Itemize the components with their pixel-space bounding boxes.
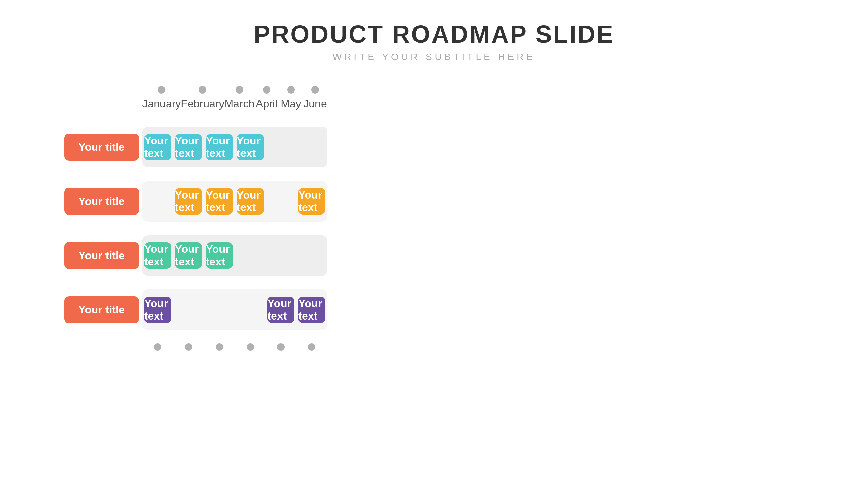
month-col-january: January bbox=[142, 83, 181, 120]
row-bg-3: Your textYour textYour text bbox=[142, 235, 327, 276]
month-col-june: June bbox=[303, 83, 327, 120]
cell-r4-c1: Your text bbox=[142, 289, 173, 330]
bottom-dot-col-1 bbox=[142, 340, 173, 354]
cell-r1-c1: Your text bbox=[142, 127, 173, 167]
cell-r2-c6: Your text bbox=[296, 181, 327, 222]
cell-r4-c2 bbox=[173, 289, 204, 330]
text-btn-r1-c2[interactable]: Your text bbox=[175, 134, 202, 160]
cell-r3-c4 bbox=[235, 235, 266, 276]
month-label-march: March bbox=[224, 98, 254, 110]
cell-r3-c5 bbox=[266, 235, 296, 276]
data-row-2: Your textYour textYour textYour text bbox=[142, 174, 327, 228]
bottom-dot-col-5 bbox=[266, 340, 296, 354]
cell-r2-c2: Your text bbox=[173, 181, 204, 222]
cell-r1-c6 bbox=[296, 127, 327, 167]
bottom-dot-2 bbox=[185, 343, 192, 351]
slide-header: PRODUCT ROADMAP SLIDE WRITE YOUR SUBTITL… bbox=[254, 20, 614, 62]
row-label-4: Your title bbox=[61, 283, 142, 337]
data-row-4: Your textYour textYour text bbox=[142, 283, 327, 337]
text-btn-r2-c3[interactable]: Your text bbox=[206, 188, 233, 215]
text-btn-r2-c6[interactable]: Your text bbox=[298, 188, 325, 215]
text-btn-r2-c4[interactable]: Your text bbox=[237, 188, 264, 215]
bottom-dots-row bbox=[142, 340, 327, 354]
text-btn-r4-c1[interactable]: Your text bbox=[144, 297, 171, 323]
grid-area: JanuaryFebruaryMarchAprilMayJuneYour tex… bbox=[142, 83, 327, 354]
label-button-4[interactable]: Your title bbox=[64, 296, 139, 323]
main-title: PRODUCT ROADMAP SLIDE bbox=[254, 20, 614, 48]
bottom-dot-6 bbox=[308, 343, 315, 351]
month-col-april: April bbox=[254, 83, 278, 120]
bottom-dot-1 bbox=[154, 343, 161, 351]
grid-wrapper: JanuaryFebruaryMarchAprilMayJuneYour tex… bbox=[142, 83, 327, 354]
cell-r2-c5 bbox=[266, 181, 296, 222]
row-bg-1: Your textYour textYour textYour text bbox=[142, 127, 327, 167]
data-row-1: Your textYour textYour textYour text bbox=[142, 120, 327, 174]
data-row-3: Your textYour textYour text bbox=[142, 228, 327, 283]
text-btn-r4-c5[interactable]: Your text bbox=[267, 297, 294, 323]
cell-r4-c5: Your text bbox=[266, 289, 296, 330]
label-button-2[interactable]: Your title bbox=[64, 188, 139, 215]
month-dot-february bbox=[199, 86, 206, 94]
month-col-march: March bbox=[224, 83, 254, 120]
months-row: JanuaryFebruaryMarchAprilMayJune bbox=[142, 83, 327, 120]
bottom-dot-3 bbox=[216, 343, 223, 351]
cell-r3-c2: Your text bbox=[173, 235, 204, 276]
text-btn-r1-c3[interactable]: Your text bbox=[206, 134, 233, 160]
row-label-2: Your title bbox=[61, 174, 142, 228]
text-btn-r3-c3[interactable]: Your text bbox=[206, 242, 233, 269]
cell-r1-c4: Your text bbox=[235, 127, 266, 167]
text-btn-r3-c2[interactable]: Your text bbox=[175, 242, 202, 269]
cell-r2-c4: Your text bbox=[235, 181, 266, 222]
month-dot-may bbox=[287, 86, 295, 94]
cell-r1-c3: Your text bbox=[204, 127, 235, 167]
month-label-june: June bbox=[303, 98, 327, 110]
cell-r1-c5 bbox=[266, 127, 296, 167]
month-label-may: May bbox=[281, 98, 301, 110]
month-col-february: February bbox=[181, 83, 224, 120]
cell-r4-c4 bbox=[235, 289, 266, 330]
row-label-1: Your title bbox=[61, 120, 142, 174]
bottom-dot-col-3 bbox=[204, 340, 235, 354]
cell-r2-c3: Your text bbox=[204, 181, 235, 222]
text-btn-r4-c6[interactable]: Your text bbox=[298, 297, 325, 323]
month-dot-january bbox=[158, 86, 165, 94]
cell-r3-c6 bbox=[296, 235, 327, 276]
text-btn-r1-c4[interactable]: Your text bbox=[237, 134, 264, 160]
month-dot-march bbox=[236, 86, 243, 94]
label-button-1[interactable]: Your title bbox=[64, 134, 139, 161]
cell-r2-c1 bbox=[142, 181, 173, 222]
cell-r4-c6: Your text bbox=[296, 289, 327, 330]
row-bg-4: Your textYour textYour text bbox=[142, 289, 327, 330]
month-col-may: May bbox=[279, 83, 303, 120]
label-button-3[interactable]: Your title bbox=[64, 242, 139, 269]
data-rows: Your textYour textYour textYour textYour… bbox=[142, 120, 327, 337]
month-label-february: February bbox=[181, 98, 224, 110]
cell-r3-c1: Your text bbox=[142, 235, 173, 276]
bottom-dot-col-4 bbox=[235, 340, 266, 354]
cell-r3-c3: Your text bbox=[204, 235, 235, 276]
month-dot-june bbox=[311, 86, 319, 94]
text-btn-r1-c1[interactable]: Your text bbox=[144, 134, 171, 160]
row-bg-2: Your textYour textYour textYour text bbox=[142, 181, 327, 222]
labels-column: Your titleYour titleYour titleYour title bbox=[61, 83, 142, 337]
cell-r1-c2: Your text bbox=[173, 127, 204, 167]
roadmap-container: Your titleYour titleYour titleYour title… bbox=[61, 83, 807, 354]
subtitle: WRITE YOUR SUBTITLE HERE bbox=[254, 52, 614, 62]
month-dot-april bbox=[263, 86, 270, 94]
cell-r4-c3 bbox=[204, 289, 235, 330]
bottom-dot-col-2 bbox=[173, 340, 204, 354]
month-label-january: January bbox=[142, 98, 181, 110]
text-btn-r3-c1[interactable]: Your text bbox=[144, 242, 171, 269]
month-label-april: April bbox=[256, 98, 277, 110]
bottom-dot-5 bbox=[277, 343, 285, 351]
row-label-3: Your title bbox=[61, 228, 142, 283]
bottom-dot-col-6 bbox=[296, 340, 327, 354]
text-btn-r2-c2[interactable]: Your text bbox=[175, 188, 202, 215]
bottom-dot-4 bbox=[247, 343, 254, 351]
